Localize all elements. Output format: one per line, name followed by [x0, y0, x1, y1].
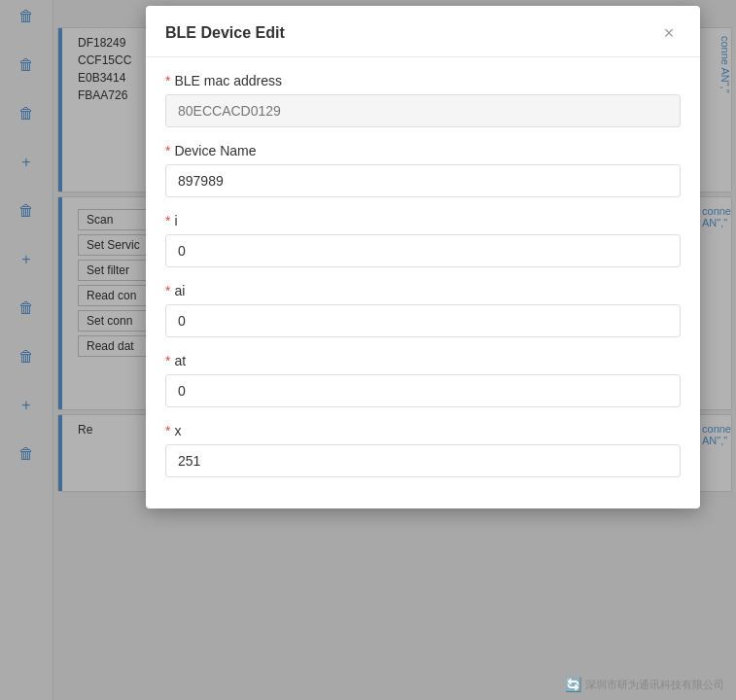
- device-name-input[interactable]: [165, 164, 681, 197]
- form-group-ble-mac: * BLE mac address: [165, 73, 681, 127]
- required-star-at: *: [165, 353, 170, 368]
- required-star-i: *: [165, 213, 170, 228]
- watermark: 🔄 深圳市研为通讯科技有限公司: [565, 677, 724, 692]
- at-label: * at: [165, 353, 681, 368]
- form-group-ai: * ai: [165, 283, 681, 337]
- required-star-ble-mac: *: [165, 73, 170, 88]
- required-star-device-name: *: [165, 143, 170, 158]
- ai-input[interactable]: [165, 304, 681, 337]
- modal-header: BLE Device Edit ×: [146, 6, 700, 57]
- ble-device-edit-modal: BLE Device Edit × * BLE mac address * De…: [146, 6, 700, 508]
- i-label: * i: [165, 213, 681, 228]
- i-input[interactable]: [165, 234, 681, 267]
- ble-mac-label: * BLE mac address: [165, 73, 681, 88]
- watermark-text: 深圳市研为通讯科技有限公司: [585, 678, 724, 692]
- x-label: * x: [165, 423, 681, 438]
- ble-mac-input[interactable]: [165, 94, 681, 127]
- modal-title: BLE Device Edit: [165, 24, 285, 42]
- at-input[interactable]: [165, 374, 681, 407]
- form-group-device-name: * Device Name: [165, 143, 681, 197]
- x-input[interactable]: [165, 444, 681, 477]
- modal-body: * BLE mac address * Device Name * i *: [146, 57, 700, 508]
- form-group-i: * i: [165, 213, 681, 267]
- device-name-label: * Device Name: [165, 143, 681, 158]
- form-group-x: * x: [165, 423, 681, 477]
- required-star-x: *: [165, 423, 170, 438]
- modal-close-button[interactable]: ×: [657, 21, 681, 45]
- form-group-at: * at: [165, 353, 681, 407]
- watermark-icon: 🔄: [565, 677, 581, 692]
- ai-label: * ai: [165, 283, 681, 298]
- required-star-ai: *: [165, 283, 170, 298]
